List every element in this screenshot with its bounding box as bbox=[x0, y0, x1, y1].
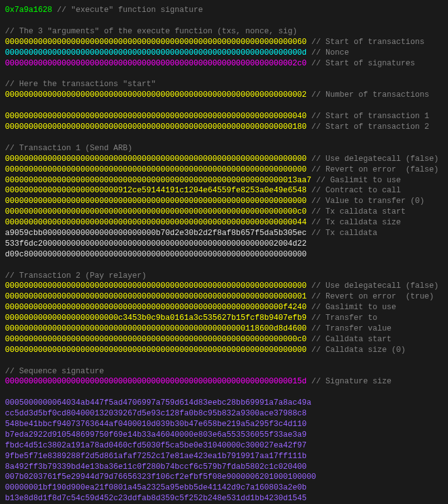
comment: // Here the transactions "start" bbox=[5, 80, 156, 89]
hex-word: 0000000000000000000000000000000000000000… bbox=[5, 38, 307, 47]
sig-data-8: 00000001bf190d900ea21f0801a45a2325a95ebb… bbox=[5, 483, 443, 493]
tx2-row-2: 0000000000000000000000000000000000000000… bbox=[5, 302, 443, 313]
tx1-calldata-0: a9059cbb000000000000000000000000b70d2e30… bbox=[5, 228, 443, 239]
tx2-row-5: 0000000000000000000000000000000000000000… bbox=[5, 334, 443, 345]
seq-header: // Sequence signature bbox=[5, 366, 443, 377]
comment: // Calldata start bbox=[307, 335, 391, 344]
calldata: a9059cbb000000000000000000000000b70d2e30… bbox=[5, 229, 307, 238]
hex-word: 0000000000000000000000000000000000000000… bbox=[5, 90, 307, 99]
tx2-row-3: 000000000000000000000000c3453b0c9ba0161a… bbox=[5, 313, 443, 324]
comment: // Transaction 2 (Pay relayer) bbox=[5, 271, 146, 280]
sig-data-2: 548be41bbcf94073763644af0400010d039b30b4… bbox=[5, 419, 443, 430]
sig-size-line: 0000000000000000000000000000000000000000… bbox=[5, 376, 443, 387]
comment: // Tx calldata start bbox=[307, 207, 406, 216]
comment: // Transaction 1 (Send ARB) bbox=[5, 144, 133, 153]
hex-word: 0000000000000000000000000000000000000000… bbox=[5, 377, 307, 386]
hex-word: 0000000000000000000000000000000000000000… bbox=[5, 218, 307, 227]
tx2-row-0: 0000000000000000000000000000000000000000… bbox=[5, 281, 443, 292]
signature-data: fbdc4d51c3802a191a78ad0460cfd5030f5ca5be… bbox=[5, 441, 307, 450]
hex-word: 0000000000000000000000000000000000000000… bbox=[5, 59, 307, 68]
sig-data-5: 9fbe5f71e8389288f2d5d861afaf7252c17e81ae… bbox=[5, 451, 443, 462]
calldata: 533f6dc200000000000000000000000000000000… bbox=[5, 239, 307, 248]
tx2-header: // Transaction 2 (Pay relayer) bbox=[5, 271, 443, 282]
comment: // Signature size bbox=[307, 377, 391, 386]
comment: // Gaslimit to use bbox=[312, 176, 402, 185]
comment: // The 3 "arguments" of the execute func… bbox=[5, 27, 297, 36]
hex-word: 0000000000000000000000000000000000000000… bbox=[5, 176, 312, 185]
hex-word: 0000000000000000000000000000000000000000… bbox=[5, 335, 307, 344]
tx1-calldata-2: d09c800000000000000000000000000000000000… bbox=[5, 249, 443, 260]
comment: // Gaslimit to use bbox=[307, 303, 396, 312]
signature-data: cc5dd3d5bf0cd804000132039267d5e93c128fa0… bbox=[5, 409, 307, 418]
hex-word: 0000000000000000000000000000000000000000… bbox=[5, 112, 307, 121]
hex-word: 000000000000000000000000c3453b0c9ba0161a… bbox=[5, 314, 307, 322]
args-header: // The 3 "arguments" of the execute func… bbox=[5, 26, 443, 37]
signature-data: 00000001bf190d900ea21f0801a45a2325a95ebb… bbox=[5, 483, 307, 492]
comment: // Calldata size (0) bbox=[307, 346, 406, 354]
hex-word: 000000000000000000000000912ce59144191c12… bbox=[5, 186, 307, 195]
tx2-row-4: 0000000000000000000000000000000000000000… bbox=[5, 324, 443, 334]
function-selector: 0x7a9a1628 bbox=[5, 6, 52, 14]
comment: // Start of transaction 2 bbox=[307, 123, 429, 131]
tx1-row-5: 0000000000000000000000000000000000000000… bbox=[5, 207, 443, 217]
signature-data: b13e8d8d1f8d7c54c59d452c23ddfab8d359c5f2… bbox=[5, 494, 307, 503]
tx-start-header: // Here the transactions "start" bbox=[5, 79, 443, 90]
arg-line-1: 0000000000000000000000000000000000000000… bbox=[5, 48, 443, 58]
sig-data-1: cc5dd3d5bf0cd804000132039267d5e93c128fa0… bbox=[5, 408, 443, 419]
comment: // Number of transactions bbox=[307, 90, 429, 99]
arg-line-0: 0000000000000000000000000000000000000000… bbox=[5, 37, 443, 48]
tx1-row-1: 0000000000000000000000000000000000000000… bbox=[5, 165, 443, 175]
hex-word: 0000000000000000000000000000000000000000… bbox=[5, 207, 307, 216]
arg-line-2: 0000000000000000000000000000000000000000… bbox=[5, 58, 443, 69]
comment: // Revert on error (false) bbox=[307, 165, 439, 174]
comment: // Start of transactions bbox=[307, 38, 425, 47]
comment: // Transfer value bbox=[307, 324, 391, 333]
comment: // Contract to call bbox=[307, 186, 401, 195]
signature-data: 9fbe5f71e8389288f2d5d861afaf7252c17e81ae… bbox=[5, 452, 307, 461]
hex-word: 0000000000000000000000000000000000000000… bbox=[5, 123, 307, 131]
comment: // Start of transaction 1 bbox=[307, 112, 429, 121]
comment: // Transfer to bbox=[307, 314, 378, 322]
signature-data: 007b0203761f5e29944d79d76656323f106cf2ef… bbox=[5, 473, 316, 481]
comment: // Sequence signature bbox=[5, 367, 104, 376]
comment: // Nonce bbox=[307, 48, 349, 57]
hex-word: 0000000000000000000000000000000000000000… bbox=[5, 155, 307, 163]
comment: // Value to transfer (0) bbox=[307, 197, 425, 205]
comment: // Tx calldata bbox=[307, 229, 378, 238]
comment: // "execute" function signature bbox=[52, 6, 203, 14]
comment: // Revert on error (true) bbox=[307, 292, 434, 301]
tx1-row-2: 0000000000000000000000000000000000000000… bbox=[5, 175, 443, 186]
hex-word: 0000000000000000000000000000000000000000… bbox=[5, 48, 307, 57]
sig-data-9: b13e8d8d1f8d7c54c59d452c23ddfab8d359c5f2… bbox=[5, 493, 443, 504]
sig-data-7: 007b0203761f5e29944d79d76656323f106cf2ef… bbox=[5, 472, 443, 483]
comment: // Use delegatecall (false) bbox=[307, 282, 439, 290]
hex-word: 0000000000000000000000000000000000000000… bbox=[5, 324, 307, 333]
signature-data: 548be41bbcf94073763644af0400010d039b30b4… bbox=[5, 420, 307, 429]
calldata: d09c800000000000000000000000000000000000… bbox=[5, 250, 307, 259]
hex-word: 0000000000000000000000000000000000000000… bbox=[5, 165, 307, 174]
hex-word: 0000000000000000000000000000000000000000… bbox=[5, 303, 307, 312]
tx-offset-1: 0000000000000000000000000000000000000000… bbox=[5, 122, 443, 133]
sig-data-3: b7eda2922d910548699750f69e14b33a46040000… bbox=[5, 430, 443, 441]
tx1-row-4: 0000000000000000000000000000000000000000… bbox=[5, 196, 443, 207]
signature-data: 8a492ff3b79339bd4e13ba36e11c0f280b74bccf… bbox=[5, 463, 307, 471]
hex-word: 0000000000000000000000000000000000000000… bbox=[5, 197, 307, 205]
hex-word: 0000000000000000000000000000000000000000… bbox=[5, 282, 307, 290]
sig-data-6: 8a492ff3b79339bd4e13ba36e11c0f280b74bccf… bbox=[5, 462, 443, 473]
comment: // Tx calldata size bbox=[307, 218, 401, 227]
hex-word: 0000000000000000000000000000000000000000… bbox=[5, 292, 307, 301]
tx1-header: // Transaction 1 (Send ARB) bbox=[5, 143, 443, 154]
sig-data-4: fbdc4d51c3802a191a78ad0460cfd5030f5ca5be… bbox=[5, 441, 443, 451]
tx1-calldata-1: 533f6dc200000000000000000000000000000000… bbox=[5, 239, 443, 249]
num-tx-line: 0000000000000000000000000000000000000000… bbox=[5, 90, 443, 101]
comment: // Start of signatures bbox=[307, 59, 415, 68]
tx2-row-1: 0000000000000000000000000000000000000000… bbox=[5, 292, 443, 302]
tx1-row-0: 0000000000000000000000000000000000000000… bbox=[5, 154, 443, 165]
signature-data: b7eda2922d910548699750f69e14b33a46040000… bbox=[5, 430, 307, 439]
comment: // Use delegatecall (false) bbox=[307, 155, 439, 163]
tx1-row-6: 0000000000000000000000000000000000000000… bbox=[5, 217, 443, 228]
tx2-row-6: 0000000000000000000000000000000000000000… bbox=[5, 345, 443, 356]
hex-word: 0000000000000000000000000000000000000000… bbox=[5, 346, 307, 354]
sig-data-0: 0005000000064034ab447f5ad4706997a759d614… bbox=[5, 398, 443, 408]
selector-line: 0x7a9a1628 // "execute" function signatu… bbox=[5, 5, 443, 16]
